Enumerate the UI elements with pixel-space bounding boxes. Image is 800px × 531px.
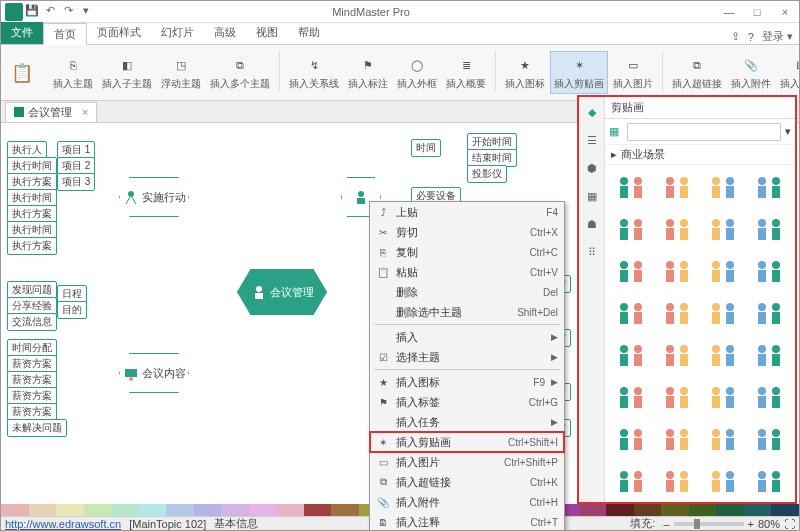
color-swatch[interactable] [194,504,222,516]
color-swatch[interactable] [166,504,194,516]
tab-slideshow[interactable]: 幻灯片 [151,22,204,44]
clipart-item[interactable] [657,381,697,417]
menu-粘贴[interactable]: 📋粘贴Ctrl+V [370,262,564,282]
topic-node[interactable]: 目的 [57,301,87,319]
color-swatch[interactable] [771,504,799,516]
help-icon[interactable]: ? [748,31,754,43]
hex-node-1[interactable]: 实施行动 [119,177,189,217]
hex-node-2[interactable]: 会议内容 [119,353,189,393]
clipart-item[interactable] [703,255,743,291]
qat-more-icon[interactable]: ▾ [79,3,93,17]
clipart-item[interactable] [657,339,697,375]
clipart-item[interactable] [749,297,789,333]
clipart-item[interactable] [749,213,789,249]
menu-复制[interactable]: ⎘复制Ctrl+C [370,242,564,262]
clipart-item[interactable] [703,339,743,375]
clipart-item[interactable] [703,171,743,207]
ribbon-插入多个主题[interactable]: ⧉插入多个主题 [206,51,274,94]
topic-node[interactable]: 交流信息 [7,313,57,331]
ribbon-插入图片[interactable]: ▭插入图片 [609,51,657,94]
ribbon-浮动主题[interactable]: ◳浮动主题 [157,51,205,94]
ribbon-插入附件[interactable]: 📎插入附件 [727,51,775,94]
ribbon-插入主题[interactable]: ⎘插入主题 [49,51,97,94]
color-swatch[interactable] [111,504,139,516]
window-minimize-button[interactable]: — [715,1,743,23]
topic-node[interactable]: 执行方案 [7,237,57,255]
rail-style-icon[interactable]: ⬢ [583,159,601,177]
color-swatch[interactable] [56,504,84,516]
ribbon-插入图标[interactable]: ★插入图标 [501,51,549,94]
tab-advanced[interactable]: 高级 [204,22,246,44]
ribbon-插入外框[interactable]: ◯插入外框 [393,51,441,94]
clipart-category[interactable]: ▸ 商业场景 [605,145,795,165]
clipart-item[interactable] [611,381,651,417]
menu-剪切[interactable]: ✂剪切Ctrl+X [370,222,564,242]
color-swatch[interactable] [606,504,634,516]
menu-插入附件[interactable]: 📎插入附件Ctrl+H [370,492,564,512]
clipart-item[interactable] [611,465,651,501]
ribbon-插入标注[interactable]: ⚑插入标注 [344,51,392,94]
clipart-item[interactable] [703,297,743,333]
menu-上贴[interactable]: ⤴上贴F4 [370,202,564,222]
clipart-item[interactable] [749,339,789,375]
clipart-item[interactable] [703,213,743,249]
ribbon-插入剪贴画[interactable]: ✶插入剪贴画 [550,51,608,94]
clipart-item[interactable] [611,423,651,459]
menu-插入图片[interactable]: ▭插入图片Ctrl+Shift+P [370,452,564,472]
ribbon-插入子主题[interactable]: ◧插入子主题 [98,51,156,94]
color-swatch[interactable] [634,504,662,516]
ribbon-插入注释[interactable]: 🗎插入注释 [776,51,800,94]
color-swatch[interactable] [139,504,167,516]
rail-more-icon[interactable]: ⠿ [583,243,601,261]
clipart-item[interactable] [657,255,697,291]
color-swatch[interactable] [249,504,277,516]
window-close-button[interactable]: × [771,1,799,23]
menu-插入标签[interactable]: ⚑插入标签Ctrl+G [370,392,564,412]
clipart-item[interactable] [703,381,743,417]
menu-删除[interactable]: 删除Del [370,282,564,302]
search-dropdown[interactable]: ▾ [785,125,791,138]
color-swatch[interactable] [304,504,332,516]
zoom-slider[interactable] [674,522,744,526]
login-link[interactable]: 登录 ▾ [762,29,793,44]
qat-redo-icon[interactable]: ↷ [61,3,75,17]
menu-插入超链接[interactable]: ⧉插入超链接Ctrl+K [370,472,564,492]
rail-task-icon[interactable]: ▦ [583,187,601,205]
clipart-item[interactable] [611,339,651,375]
qat-undo-icon[interactable]: ↶ [43,3,57,17]
menu-插入[interactable]: 插入▶ [370,327,564,347]
color-swatch[interactable] [84,504,112,516]
zoom-in-button[interactable]: + [748,518,754,530]
clipart-item[interactable] [749,423,789,459]
rail-outline-icon[interactable]: ☰ [583,131,601,149]
color-swatch[interactable] [579,504,607,516]
color-swatch[interactable] [29,504,57,516]
document-tab-close[interactable]: × [82,106,88,118]
window-maximize-button[interactable]: □ [743,1,771,23]
color-swatch[interactable] [716,504,744,516]
clipart-item[interactable] [703,465,743,501]
rail-icon-icon[interactable]: ☗ [583,215,601,233]
menu-插入剪贴画[interactable]: ✶插入剪贴画Ctrl+Shift+I [370,432,564,452]
qat-save-icon[interactable]: 💾 [25,3,39,17]
menu-选择主题[interactable]: ☑选择主题▶ [370,347,564,367]
clipart-item[interactable] [749,381,789,417]
ribbon-插入超链接[interactable]: ⧉插入超链接 [668,51,726,94]
color-swatch[interactable] [689,504,717,516]
tab-help[interactable]: 帮助 [288,22,330,44]
tab-view[interactable]: 视图 [246,22,288,44]
menu-插入图标[interactable]: ★插入图标F9▶ [370,372,564,392]
clipart-item[interactable] [611,297,651,333]
clipart-item[interactable] [657,465,697,501]
clipart-item[interactable] [703,423,743,459]
share-icon[interactable]: ⇪ [731,30,740,43]
status-url[interactable]: http://www.edrawsoft.cn [5,518,121,530]
clipart-item[interactable] [611,213,651,249]
topic-node[interactable]: 项目 3 [57,173,95,191]
color-swatch[interactable] [661,504,689,516]
menu-插入任务[interactable]: 插入任务▶ [370,412,564,432]
ribbon-插入关系线[interactable]: ↯插入关系线 [285,51,343,94]
color-swatch[interactable] [744,504,772,516]
file-menu[interactable]: 文件 [1,22,43,44]
center-topic[interactable]: 会议管理 [237,269,327,315]
